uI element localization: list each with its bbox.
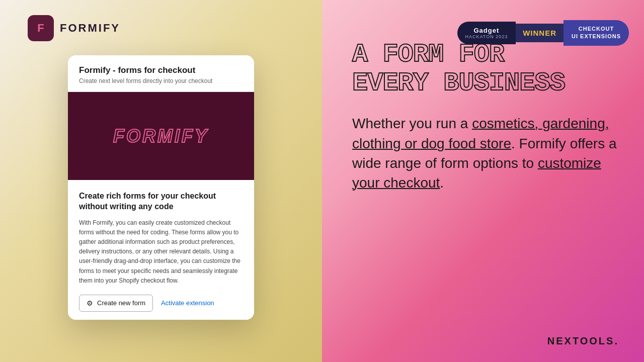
logo-area: F FORMIFY — [28, 15, 120, 41]
phone-dark-area: FORMIFY — [68, 92, 254, 180]
logo-icon: F — [28, 15, 54, 41]
activate-extension-button[interactable]: Activate extension — [161, 299, 214, 307]
hackaton-label: HACKATON 2023 — [465, 34, 508, 39]
left-panel: F FORMIFY Formify - forms for checkout C… — [0, 0, 322, 362]
badge-gadget: Gadget HACKATON 2023 — [457, 22, 516, 44]
badge-winner: WINNER — [516, 24, 564, 42]
phone-mockup: Formify - forms for checkout Create next… — [68, 55, 254, 320]
phone-header-title: Formify - forms for checkout — [79, 65, 243, 75]
gear-icon — [87, 299, 94, 307]
gadget-title: Gadget — [473, 27, 499, 34]
logo-text: FORMIFY — [60, 22, 120, 35]
right-panel: A FORM FOR EVERY BUSINESS Whether you ru… — [322, 0, 644, 362]
headline-line2: EVERY BUSINESS — [352, 69, 619, 98]
badge-area: Gadget HACKATON 2023 WINNER CHECKOUTUI E… — [457, 20, 629, 46]
nextools-logo: NEXTOOLS. — [547, 335, 619, 347]
phone-content-title: Create rich forms for your checkout with… — [79, 191, 243, 212]
headline-block: A FORM FOR EVERY BUSINESS — [352, 40, 619, 98]
badge-checkout: CHECKOUTUI EXTENSIONS — [564, 20, 629, 46]
phone-content-body: With Formify, you can easily create cust… — [79, 218, 243, 286]
body-period: . — [440, 175, 444, 191]
phone-header-subtitle: Create next level forms directly into yo… — [79, 77, 243, 84]
phone-header: Formify - forms for checkout Create next… — [68, 55, 254, 92]
create-new-form-button[interactable]: Create new form — [79, 295, 153, 312]
logo-letter: F — [37, 22, 44, 35]
phone-buttons: Create new form Activate extension — [79, 295, 243, 312]
formify-dark-logo: FORMIFY — [113, 126, 209, 147]
body-text: Whether you run a cosmetics, gardening, … — [352, 114, 619, 193]
phone-content: Create rich forms for your checkout with… — [68, 180, 254, 320]
body-part1: Whether you run a — [352, 116, 472, 131]
